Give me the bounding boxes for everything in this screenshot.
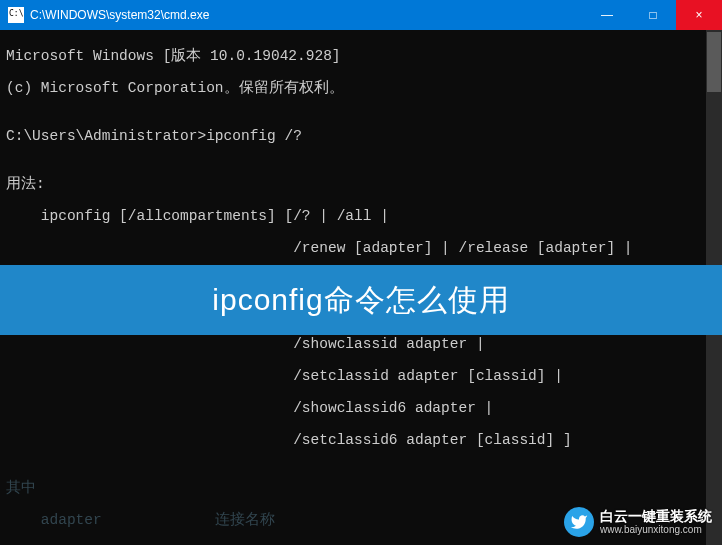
watermark-title: 白云一键重装系统 — [600, 509, 712, 524]
output-line: 其中 — [6, 480, 716, 496]
watermark-url: www.baiyunxitong.com — [600, 524, 712, 535]
output-line: /showclassid6 adapter | — [6, 400, 716, 416]
minimize-button[interactable]: — — [584, 0, 630, 30]
bird-icon — [564, 507, 594, 537]
window-title: C:\WINDOWS\system32\cmd.exe — [30, 8, 584, 22]
close-button[interactable]: × — [676, 0, 722, 30]
overlay-banner: ipconfig命令怎么使用 — [0, 265, 722, 335]
output-line: /setclassid6 adapter [classid] ] — [6, 432, 716, 448]
window-titlebar: C:\WINDOWS\system32\cmd.exe — □ × — [0, 0, 722, 30]
output-line: Microsoft Windows [版本 10.0.19042.928] — [6, 48, 716, 64]
maximize-button[interactable]: □ — [630, 0, 676, 30]
output-line: 用法: — [6, 176, 716, 192]
watermark: 白云一键重装系统 www.baiyunxitong.com — [564, 507, 712, 537]
output-line: ipconfig [/allcompartments] [/? | /all | — [6, 208, 716, 224]
scrollbar-thumb[interactable] — [707, 32, 721, 92]
output-line: (c) Microsoft Corporation。保留所有权利。 — [6, 80, 716, 96]
prompt-line: C:\Users\Administrator>ipconfig /? — [6, 128, 716, 144]
cmd-icon — [8, 7, 24, 23]
output-line: /showclassid adapter | — [6, 336, 716, 352]
window-controls: — □ × — [584, 0, 722, 30]
overlay-title: ipconfig命令怎么使用 — [212, 280, 509, 321]
output-line: /setclassid adapter [classid] | — [6, 368, 716, 384]
output-line: /renew [adapter] | /release [adapter] | — [6, 240, 716, 256]
watermark-text: 白云一键重装系统 www.baiyunxitong.com — [600, 509, 712, 535]
